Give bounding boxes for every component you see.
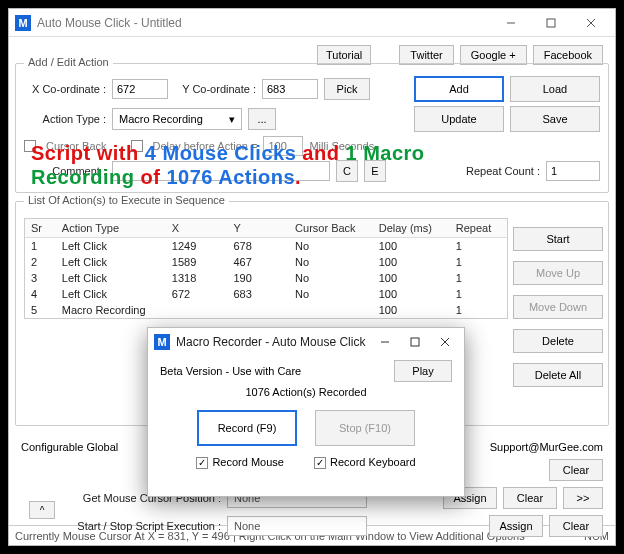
cell-x: 1249 — [166, 238, 228, 255]
col-sr[interactable]: Sr — [25, 219, 56, 238]
action-table[interactable]: Sr Action Type X Y Cursor Back Delay (ms… — [24, 218, 508, 319]
cell-delay: 100 — [373, 286, 450, 302]
cell-cb: No — [289, 270, 373, 286]
c-button[interactable]: C — [336, 160, 358, 182]
collapse-button[interactable]: ^ — [29, 501, 55, 519]
action-type-value: Macro Recording — [119, 113, 203, 125]
start-button[interactable]: Start — [513, 227, 603, 251]
cell-delay: 100 — [373, 270, 450, 286]
delete-all-button[interactable]: Delete All — [513, 363, 603, 387]
delay-unit-label: Milli Seconds — [309, 140, 374, 152]
macro-close-button[interactable] — [430, 328, 460, 356]
col-y[interactable]: Y — [227, 219, 289, 238]
cell-type: Macro Recording — [56, 302, 166, 318]
macro-minimize-button[interactable] — [370, 328, 400, 356]
cell-y: 190 — [227, 270, 289, 286]
cell-rep: 1 — [450, 270, 507, 286]
cell-sr: 1 — [25, 238, 56, 255]
macro-recorder-window: M Macro Recorder - Auto Mouse Click Beta… — [147, 327, 465, 497]
delay-checkbox[interactable] — [131, 140, 143, 152]
client-area: Tutorial Twitter Google + Facebook Add /… — [9, 37, 615, 525]
googleplus-button[interactable]: Google + — [460, 45, 527, 65]
macro-window-title: Macro Recorder - Auto Mouse Click — [176, 335, 370, 349]
cell-sr: 4 — [25, 286, 56, 302]
delay-before-label: Delay before Action = — [153, 140, 258, 152]
cell-delay: 100 — [373, 254, 450, 270]
load-button[interactable]: Load — [510, 76, 600, 102]
table-row[interactable]: 3Left Click1318190No1001 — [25, 270, 507, 286]
macro-titlebar: M Macro Recorder - Auto Mouse Click — [148, 328, 464, 356]
action-list-label: List Of Action(s) to Execute in Sequence — [24, 194, 229, 206]
repeat-count-label: Repeat Count : — [466, 165, 540, 177]
cell-cb: No — [289, 238, 373, 255]
cell-type: Left Click — [56, 270, 166, 286]
comment-input[interactable] — [112, 161, 330, 181]
macro-logo-icon: M — [154, 334, 170, 350]
repeat-count-input[interactable]: 1 — [546, 161, 600, 181]
record-keyboard-label: Record Keyboard — [330, 456, 416, 468]
col-x[interactable]: X — [166, 219, 228, 238]
record-mouse-label: Record Mouse — [212, 456, 284, 468]
facebook-button[interactable]: Facebook — [533, 45, 603, 65]
save-button[interactable]: Save — [510, 106, 600, 132]
macro-play-button[interactable]: Play — [394, 360, 452, 382]
pick-button[interactable]: Pick — [324, 78, 370, 100]
delete-button[interactable]: Delete — [513, 329, 603, 353]
e-button[interactable]: E — [364, 160, 386, 182]
move-down-button[interactable]: Move Down — [513, 295, 603, 319]
move-up-button[interactable]: Move Up — [513, 261, 603, 285]
social-links: Twitter Google + Facebook — [399, 45, 603, 65]
y-coord-input[interactable]: 683 — [262, 79, 318, 99]
maximize-button[interactable] — [531, 9, 571, 37]
record-mouse-checkbox[interactable] — [196, 457, 208, 469]
action-type-more-button[interactable]: ... — [248, 108, 276, 130]
clear-button-3[interactable]: Clear — [549, 515, 603, 537]
table-row[interactable]: 2Left Click1589467No1001 — [25, 254, 507, 270]
assign-button-2[interactable]: Assign — [489, 515, 543, 537]
cell-sr: 3 — [25, 270, 56, 286]
cell-type: Left Click — [56, 238, 166, 255]
support-label: Support@MurGee.com — [490, 441, 603, 453]
more-button[interactable]: >> — [563, 487, 603, 509]
update-button[interactable]: Update — [414, 106, 504, 132]
cell-y: 467 — [227, 254, 289, 270]
cell-y: 678 — [227, 238, 289, 255]
cell-rep: 1 — [450, 286, 507, 302]
add-button[interactable]: Add — [414, 76, 504, 102]
macro-maximize-button[interactable] — [400, 328, 430, 356]
cell-cb — [289, 302, 373, 318]
cell-sr: 5 — [25, 302, 56, 318]
col-delay[interactable]: Delay (ms) — [373, 219, 450, 238]
startstop-hotkey[interactable]: None — [227, 516, 367, 536]
table-row[interactable]: 1Left Click1249678No1001 — [25, 238, 507, 255]
svg-rect-1 — [547, 19, 555, 27]
cell-cb: No — [289, 254, 373, 270]
chevron-down-icon: ▾ — [229, 113, 235, 126]
titlebar: M Auto Mouse Click - Untitled — [9, 9, 615, 37]
clear-button-1[interactable]: Clear — [549, 459, 603, 481]
macro-record-button[interactable]: Record (F9) — [197, 410, 297, 446]
cell-x: 1589 — [166, 254, 228, 270]
clear-button-2[interactable]: Clear — [503, 487, 557, 509]
twitter-button[interactable]: Twitter — [399, 45, 453, 65]
record-keyboard-checkbox[interactable] — [314, 457, 326, 469]
record-keyboard-option[interactable]: Record Keyboard — [314, 456, 416, 469]
table-row[interactable]: 5Macro Recording1001 — [25, 302, 507, 318]
action-type-select[interactable]: Macro Recording ▾ — [112, 108, 242, 130]
tutorial-button[interactable]: Tutorial — [317, 45, 371, 65]
x-coord-input[interactable]: 672 — [112, 79, 168, 99]
macro-stop-button[interactable]: Stop (F10) — [315, 410, 415, 446]
minimize-button[interactable] — [491, 9, 531, 37]
cell-y — [227, 302, 289, 318]
col-repeat[interactable]: Repeat — [450, 219, 507, 238]
table-row[interactable]: 4Left Click672683No1001 — [25, 286, 507, 302]
record-mouse-option[interactable]: Record Mouse — [196, 456, 284, 469]
close-button[interactable] — [571, 9, 611, 37]
delay-input[interactable]: 100 — [263, 136, 303, 156]
cursor-back-checkbox[interactable] — [24, 140, 36, 152]
add-edit-group: Add / Edit Action X Co-ordinate : 672 Y … — [15, 63, 609, 193]
col-type[interactable]: Action Type — [56, 219, 166, 238]
col-cursorback[interactable]: Cursor Back — [289, 219, 373, 238]
add-edit-label: Add / Edit Action — [24, 56, 113, 68]
cell-type: Left Click — [56, 286, 166, 302]
